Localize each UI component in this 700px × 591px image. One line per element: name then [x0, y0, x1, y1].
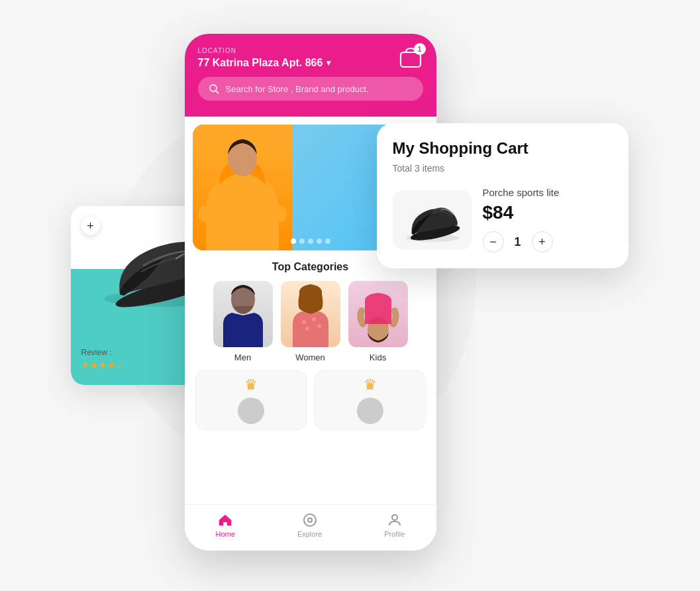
cart-button[interactable]: 1 — [398, 46, 423, 71]
search-bar[interactable]: Search for Store , Brand and product. — [198, 77, 423, 101]
phone-header: LOCATION 77 Katrina Plaza Apt. 866 ▾ 1 S… — [185, 34, 436, 117]
svg-point-17 — [308, 518, 312, 522]
scene: + — [52, 14, 648, 577]
category-men-label: Men — [234, 352, 251, 362]
dot-3 — [308, 239, 313, 244]
svg-point-13 — [305, 327, 309, 331]
categories-row: Men — [185, 281, 436, 362]
premium-card-1-avatar — [238, 398, 264, 424]
quantity-value: 1 — [515, 235, 521, 249]
svg-point-7 — [198, 206, 211, 222]
svg-point-3 — [210, 85, 217, 91]
increase-qty-button[interactable]: + — [532, 231, 553, 252]
nav-explore-label: Explore — [297, 530, 322, 538]
svg-point-16 — [304, 514, 316, 526]
svg-point-11 — [302, 320, 306, 324]
nav-profile-label: Profile — [384, 530, 405, 538]
search-icon — [209, 83, 219, 94]
cart-badge: 1 — [414, 43, 426, 55]
nav-home[interactable]: Home — [216, 512, 235, 538]
premium-row: ♛ ♛ — [185, 362, 436, 438]
category-kids[interactable]: Kids — [348, 281, 408, 362]
location-label: LOCATION — [198, 47, 423, 54]
cart-panel: My Shopping Cart Total 3 items P — [377, 123, 628, 268]
category-women-image — [281, 281, 340, 347]
cart-item-name: Porche sports lite — [483, 187, 613, 198]
bottom-nav: Home Explore Profile — [185, 504, 436, 551]
review-label: Review : — [81, 348, 112, 357]
svg-line-4 — [216, 91, 219, 93]
category-kids-image — [348, 281, 408, 347]
dot-5 — [325, 239, 330, 244]
dot-4 — [317, 239, 322, 244]
banner-person-image — [193, 125, 292, 250]
dot-2 — [299, 239, 305, 244]
premium-card-2-avatar — [357, 398, 383, 424]
category-women[interactable]: Women — [281, 281, 340, 362]
premium-card-1[interactable]: ♛ — [195, 370, 307, 430]
profile-icon — [387, 512, 403, 528]
crown-icon-2: ♛ — [364, 376, 377, 394]
search-placeholder: Search for Store , Brand and product. — [226, 84, 369, 94]
cart-item-price: $84 — [483, 202, 613, 223]
decrease-qty-button[interactable]: − — [483, 231, 504, 252]
svg-point-8 — [274, 206, 287, 222]
nav-home-label: Home — [216, 530, 235, 538]
dot-1 — [291, 239, 296, 244]
phone-main: LOCATION 77 Katrina Plaza Apt. 866 ▾ 1 S… — [185, 34, 436, 551]
nav-profile[interactable]: Profile — [384, 512, 405, 538]
location-value: 77 Katrina Plaza Apt. 866 ▾ — [198, 57, 423, 69]
banner-dots — [291, 239, 330, 244]
product-stars: ★★★★☆ — [81, 360, 125, 370]
category-men[interactable]: Men — [213, 281, 273, 362]
cart-item-image — [393, 190, 472, 250]
category-women-label: Women — [295, 352, 325, 362]
svg-point-14 — [317, 324, 321, 328]
home-icon — [217, 512, 233, 528]
svg-point-12 — [312, 317, 316, 321]
category-kids-label: Kids — [370, 352, 386, 362]
cart-title: My Shopping Cart — [393, 139, 613, 158]
quantity-control: − 1 + — [483, 231, 613, 252]
explore-icon — [302, 512, 318, 528]
crown-icon-1: ♛ — [244, 376, 258, 394]
chevron-down-icon[interactable]: ▾ — [326, 58, 330, 68]
cart-item-info: Porche sports lite $84 − 1 + — [483, 187, 613, 252]
nav-explore[interactable]: Explore — [297, 512, 322, 538]
premium-card-2[interactable]: ♛ — [315, 370, 426, 430]
cart-total: Total 3 items — [393, 163, 613, 174]
svg-point-18 — [392, 515, 397, 520]
category-men-image — [213, 281, 273, 347]
cart-item: Porche sports lite $84 − 1 + — [393, 187, 613, 252]
